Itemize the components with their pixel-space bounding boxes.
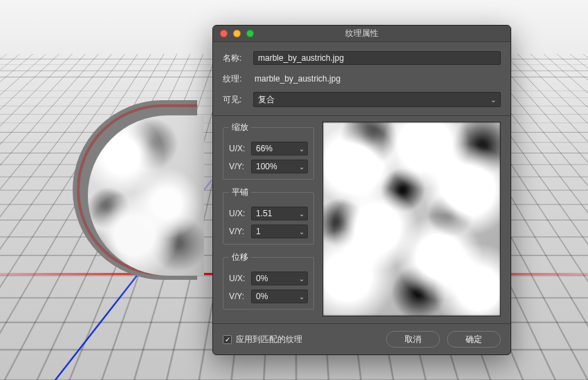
ok-button[interactable]: 确定 [447,331,501,348]
offset-ux-label: U/X: [229,274,251,283]
tile-ux-label: U/X: [229,209,251,218]
checkbox-icon: ✓ [223,335,232,344]
minimize-icon[interactable] [233,30,241,37]
scale-vy-input[interactable]: 100% ⌄ [251,160,308,173]
offset-group: 位移 U/X: 0% ⌄ V/Y: 0% ⌄ [223,251,314,310]
name-input[interactable] [253,51,501,65]
scale-legend: 缩放 [229,122,251,133]
close-icon[interactable] [220,30,228,37]
half-disc-object[interactable] [73,100,211,290]
scale-group: 缩放 U/X: 66% ⌄ V/Y: 100% ⌄ [223,122,314,180]
cancel-button[interactable]: 取消 [386,331,440,348]
name-label: 名称: [223,53,253,64]
tile-vy-label: V/Y: [229,227,251,236]
scale-ux-input[interactable]: 66% ⌄ [251,142,308,155]
dialog-titlebar[interactable]: 纹理属性 [213,26,511,42]
chevron-down-icon: ⌄ [299,293,304,301]
tile-group: 平铺 U/X: 1.51 ⌄ V/Y: 1 ⌄ [223,187,314,245]
offset-legend: 位移 [229,251,251,263]
zoom-icon[interactable] [246,30,254,37]
apply-matching-checkbox[interactable]: ✓ 应用到匹配的纹理 [223,334,386,345]
apply-matching-label: 应用到匹配的纹理 [236,334,302,345]
tile-legend: 平铺 [229,187,251,198]
visible-value: 复合 [258,94,275,106]
chevron-down-icon: ⌄ [299,228,304,236]
chevron-down-icon: ⌄ [299,210,304,218]
texture-properties-dialog: 纹理属性 名称: 纹理: marble_by_austrich.jpg 可见: … [212,25,511,355]
visible-select[interactable]: 复合 ⌄ [253,92,501,107]
chevron-down-icon: ⌄ [299,163,304,171]
scale-ux-label: U/X: [229,144,251,153]
scale-vy-label: V/Y: [229,162,251,171]
offset-ux-input[interactable]: 0% ⌄ [251,272,308,285]
texture-label: 纹理: [223,73,253,85]
tile-ux-input[interactable]: 1.51 ⌄ [251,207,308,220]
dialog-title: 纹理属性 [213,28,511,39]
chevron-down-icon: ⌄ [490,96,496,104]
chevron-down-icon: ⌄ [299,145,304,153]
marble-preview-image [323,122,500,316]
texture-preview [322,122,501,316]
offset-vy-input[interactable]: 0% ⌄ [251,289,308,303]
chevron-down-icon: ⌄ [299,275,304,283]
visible-label: 可见: [223,94,253,106]
offset-vy-label: V/Y: [229,292,251,301]
tile-vy-input[interactable]: 1 ⌄ [251,225,308,238]
texture-filename: marble_by_austrich.jpg [253,74,501,84]
